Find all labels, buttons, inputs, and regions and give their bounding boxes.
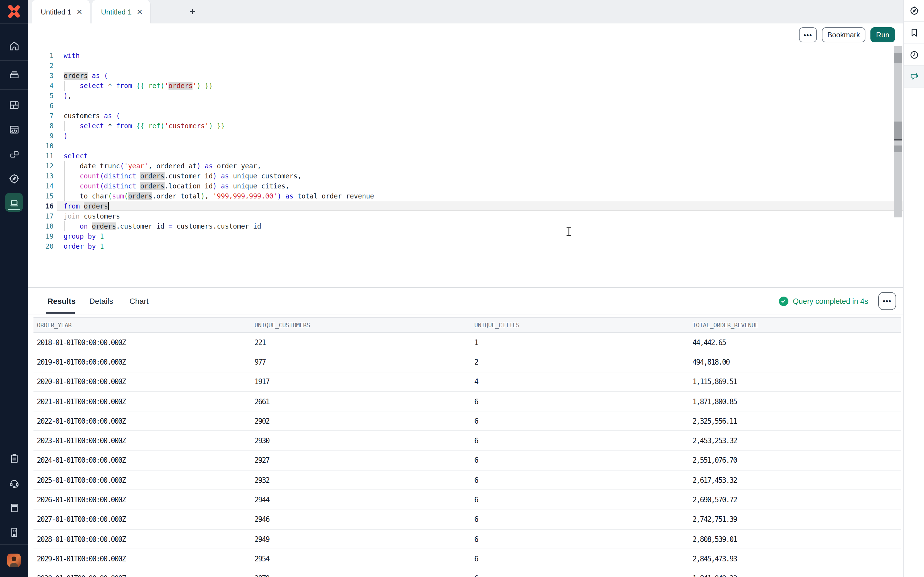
- code-line-4[interactable]: 4 select * from {{ ref('orders') }}: [28, 81, 894, 91]
- editor-scrollbar[interactable]: [894, 46, 902, 218]
- code-line-12[interactable]: 12 date_trunc('year', ordered_at) as ord…: [28, 161, 894, 171]
- new-tab-button[interactable]: +: [185, 4, 200, 19]
- results-tab-details[interactable]: Details: [89, 288, 115, 314]
- table-row[interactable]: 2022-01-01T00:00:00.000Z290262,325,556.1…: [34, 411, 901, 431]
- token: ): [64, 132, 68, 140]
- scrollbar-thumb[interactable]: [894, 53, 902, 63]
- right-sidebar-ai-chat-icon[interactable]: [904, 66, 924, 88]
- right-sidebar-compass-icon[interactable]: [904, 0, 924, 22]
- table-row[interactable]: 2030-01-01T00:00:00.000Z287961,841,049.3…: [34, 569, 901, 577]
- table-cell: 6: [474, 411, 478, 431]
- token: [88, 72, 92, 80]
- token: ,: [68, 92, 71, 100]
- code-line-14[interactable]: 14 count(distinct orders.location_id) as…: [28, 181, 894, 191]
- user-avatar[interactable]: [7, 554, 21, 567]
- results-tab-chart[interactable]: Chart: [129, 288, 149, 314]
- table-row[interactable]: 2019-01-01T00:00:00.000Z9772494,818.00: [34, 353, 901, 372]
- sql-editor[interactable]: 1with23orders as (4 select * from {{ ref…: [28, 46, 903, 287]
- code-line-3[interactable]: 3orders as (: [28, 71, 894, 81]
- table-row[interactable]: 2028-01-01T00:00:00.000Z294962,808,539.0…: [34, 530, 901, 550]
- editor-toolbar: ••• Bookmark Run: [28, 23, 903, 46]
- tab-close-icon[interactable]: ✕: [137, 8, 143, 15]
- right-sidebar-bookmark-icon[interactable]: [904, 22, 924, 44]
- code-line-5[interactable]: 5),: [28, 91, 894, 101]
- code-line-2[interactable]: 2: [28, 61, 894, 71]
- table-row[interactable]: 2023-01-01T00:00:00.000Z293062,453,253.3…: [34, 431, 901, 451]
- table-row[interactable]: 2029-01-01T00:00:00.000Z295462,845,473.9…: [34, 550, 901, 569]
- table-cell: 6: [474, 569, 478, 577]
- run-button[interactable]: Run: [871, 27, 895, 42]
- code-line-18[interactable]: 18 on orders.customer_id = customers.cus…: [28, 221, 894, 231]
- table-row[interactable]: 2026-01-01T00:00:00.000Z294462,690,570.7…: [34, 490, 901, 510]
- code-line-10[interactable]: 10: [28, 141, 894, 151]
- results-more-button[interactable]: •••: [878, 292, 896, 310]
- code-line-6[interactable]: 6: [28, 101, 894, 111]
- sidebar-item-drawer-icon[interactable]: [0, 64, 28, 86]
- tab-close-icon[interactable]: ✕: [76, 8, 82, 15]
- editor-tab-2[interactable]: Untitled 1✕: [92, 0, 151, 23]
- code-line-17[interactable]: 17join customers: [28, 211, 894, 221]
- token: with: [64, 52, 80, 60]
- table-row[interactable]: 2018-01-01T00:00:00.000Z221144,442.65: [34, 333, 901, 353]
- code-line-11[interactable]: 11select: [28, 151, 894, 161]
- token: ): [277, 192, 281, 200]
- column-header[interactable]: ORDER_YEAR: [37, 318, 71, 332]
- code-line-13[interactable]: 13 count(distinct orders.customer_id) as…: [28, 171, 894, 181]
- code-line-16[interactable]: 16from orders: [28, 201, 894, 211]
- code-line-1[interactable]: 1with: [28, 51, 894, 61]
- table-row[interactable]: 2021-01-01T00:00:00.000Z266161,871,800.8…: [34, 392, 901, 412]
- sidebar-item-building-icon[interactable]: [0, 521, 28, 543]
- line-number: 15: [28, 191, 53, 201]
- sidebar-item-code-window-icon[interactable]: [0, 118, 28, 140]
- code-line-20[interactable]: 20order by 1: [28, 242, 894, 251]
- bookmark-icon: [909, 27, 919, 38]
- right-sidebar-history-clock-icon[interactable]: [904, 44, 924, 66]
- token: select: [80, 122, 104, 130]
- token: ): [209, 122, 213, 130]
- app-logo[interactable]: [0, 0, 28, 23]
- line-number: 6: [28, 101, 53, 111]
- scrollbar-marker: [894, 121, 902, 139]
- column-header[interactable]: UNIQUE_CUSTOMERS: [254, 318, 310, 332]
- results-tab-results[interactable]: Results: [47, 288, 73, 314]
- table-cell: 2932: [254, 471, 269, 490]
- token: ': [205, 122, 209, 130]
- bookmark-button[interactable]: Bookmark: [822, 27, 866, 42]
- table-cell: 2,690,570.72: [693, 490, 737, 509]
- table-row[interactable]: 2024-01-01T00:00:00.000Z292762,551,076.7…: [34, 451, 901, 471]
- code-line-19[interactable]: 19group by 1: [28, 231, 894, 242]
- line-number: 11: [28, 151, 53, 161]
- editor-tab-1[interactable]: Untitled 1✕: [32, 0, 90, 23]
- column-header[interactable]: TOTAL_ORDER_REVENUE: [693, 318, 758, 332]
- column-header[interactable]: UNIQUE_CITIES: [474, 318, 520, 332]
- token: .location_id: [164, 182, 213, 190]
- highlighted-occurrence: orders: [168, 82, 193, 90]
- tab-label: Results: [47, 296, 76, 305]
- editor-more-button[interactable]: •••: [799, 27, 817, 42]
- table-row[interactable]: 2025-01-01T00:00:00.000Z293262,617,453.3…: [34, 471, 901, 490]
- sidebar-item-compass-icon[interactable]: [0, 167, 28, 190]
- sidebar-item-headset-icon[interactable]: [0, 472, 28, 494]
- token: ': [164, 122, 168, 130]
- sidebar-item-grid-icon[interactable]: [0, 93, 28, 116]
- table-cell: 6: [474, 490, 478, 509]
- token: ': [193, 82, 197, 90]
- sidebar-divider: [0, 60, 28, 61]
- table-row[interactable]: 2020-01-01T00:00:00.000Z191741,115,869.5…: [34, 372, 901, 392]
- code-line-7[interactable]: 7customers as (: [28, 111, 894, 121]
- table-row[interactable]: 2027-01-01T00:00:00.000Z294662,742,751.3…: [34, 510, 901, 530]
- code-line-15[interactable]: 15 to_char(sum(orders.order_total), '999…: [28, 191, 894, 201]
- token: select: [80, 82, 104, 90]
- code-line-9[interactable]: 9): [28, 131, 894, 141]
- code-text: select: [64, 151, 88, 161]
- line-number: 5: [28, 91, 53, 101]
- sidebar-item-laptop-icon[interactable]: [0, 192, 28, 214]
- table-cell: 2661: [254, 392, 269, 411]
- sidebar-item-clipboard-icon[interactable]: [0, 447, 28, 469]
- sidebar-item-windows-icon[interactable]: [0, 143, 28, 166]
- token: }}: [213, 122, 225, 130]
- code-line-8[interactable]: 8 select * from {{ ref('customers') }}: [28, 121, 894, 131]
- sidebar-item-home-icon[interactable]: [0, 35, 28, 57]
- sidebar-item-book-icon[interactable]: [0, 496, 28, 519]
- token: total_order_revenue: [294, 192, 374, 200]
